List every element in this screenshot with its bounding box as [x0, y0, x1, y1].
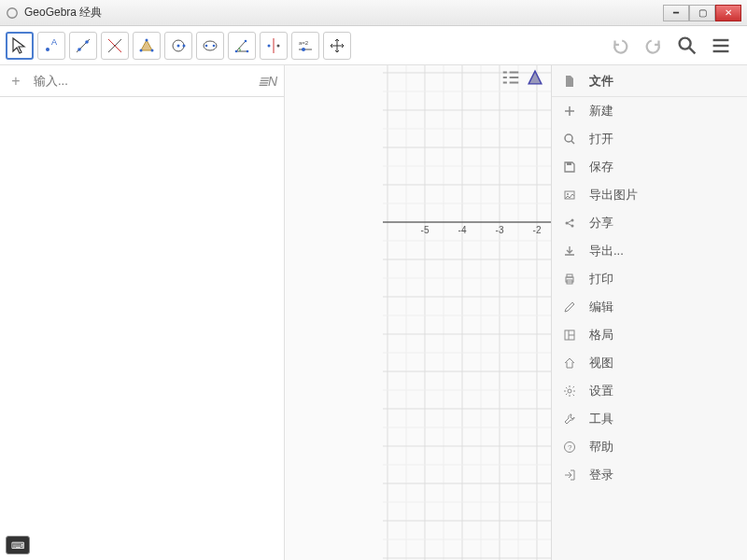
menu-item-gear[interactable]: 设置: [552, 377, 747, 405]
symbol-keyboard-button[interactable]: ≣N: [258, 74, 276, 89]
help-icon: ?: [563, 441, 580, 454]
save-icon: [563, 161, 580, 174]
menu-item-wrench[interactable]: 工具: [552, 405, 747, 433]
svg-point-17: [235, 49, 238, 52]
svg-point-10: [151, 49, 154, 51]
close-button[interactable]: ✕: [715, 5, 741, 21]
menu-item-download[interactable]: 导出...: [552, 237, 747, 265]
tool-move-view[interactable]: [323, 32, 351, 60]
plus-icon: [563, 105, 580, 118]
menu-item-layout[interactable]: 格局: [552, 321, 747, 349]
tool-line[interactable]: [69, 32, 97, 60]
svg-point-15: [205, 44, 208, 47]
svg-point-19: [245, 39, 247, 42]
minimize-button[interactable]: ━: [663, 5, 689, 21]
menu-item-plus[interactable]: 新建: [552, 97, 747, 125]
svg-text:-4: -4: [458, 225, 467, 235]
svg-point-5: [85, 40, 89, 44]
menu-item-label: 帮助: [589, 439, 613, 455]
file-icon: [563, 75, 580, 88]
app-icon: [6, 7, 19, 20]
svg-text:-2: -2: [533, 225, 542, 235]
svg-point-113: [568, 389, 571, 393]
search-icon: [563, 133, 580, 146]
svg-point-4: [78, 48, 81, 51]
svg-point-99: [565, 134, 572, 142]
svg-point-8: [140, 49, 143, 51]
tool-circle[interactable]: [164, 32, 192, 60]
maximize-button[interactable]: ▢: [689, 5, 715, 21]
gear-icon: [563, 385, 580, 398]
main-toolbar: A a=2: [0, 26, 747, 65]
menu-item-label: 视图: [589, 355, 613, 371]
menu-item-label: 分享: [589, 215, 613, 231]
add-object-button[interactable]: +: [7, 73, 24, 90]
menu-item-label: 工具: [589, 411, 613, 427]
pencil-icon: [563, 301, 580, 314]
virtual-keyboard-button[interactable]: ⌨: [6, 536, 30, 554]
menu-item-login[interactable]: 登录: [552, 461, 747, 489]
algebra-panel: + ≣N: [0, 65, 285, 560]
layout-icon: [563, 329, 580, 342]
view-style-button[interactable]: [525, 67, 545, 88]
view-list-button[interactable]: [500, 67, 521, 88]
svg-point-16: [213, 44, 216, 47]
tool-point[interactable]: A: [37, 32, 65, 60]
tool-perpendicular[interactable]: [101, 32, 129, 60]
image-icon: [563, 189, 580, 202]
menu-item-label: 新建: [589, 103, 613, 119]
svg-text:?: ?: [568, 443, 572, 452]
svg-text:-5: -5: [421, 225, 430, 235]
svg-rect-101: [567, 162, 571, 165]
menu-item-share[interactable]: 分享: [552, 209, 747, 237]
menu-item-label: 保存: [589, 159, 613, 175]
tool-reflect[interactable]: [260, 32, 288, 60]
menu-item-label: 登录: [589, 467, 613, 483]
menu-button[interactable]: [708, 33, 734, 59]
menu-item-label: 设置: [589, 383, 613, 399]
search-button[interactable]: [674, 33, 700, 59]
svg-point-21: [268, 44, 271, 47]
menu-item-save[interactable]: 保存: [552, 153, 747, 181]
algebra-input[interactable]: [24, 74, 258, 88]
wrench-icon: [563, 413, 580, 426]
menu-item-home[interactable]: 视图: [552, 349, 747, 377]
share-icon: [563, 217, 580, 230]
tool-move[interactable]: [6, 32, 34, 60]
tool-slider[interactable]: a=2: [291, 32, 319, 60]
download-icon: [563, 245, 580, 258]
menu-item-help[interactable]: ?帮助: [552, 433, 747, 461]
home-icon: [563, 357, 580, 370]
menu-header: 文件: [552, 65, 747, 97]
menu-item-search[interactable]: 打开: [552, 125, 747, 153]
print-icon: [563, 273, 580, 286]
menu-item-label: 导出...: [589, 243, 624, 259]
menu-item-pencil[interactable]: 编辑: [552, 293, 747, 321]
menu-item-label: 编辑: [589, 299, 613, 315]
window-titlebar: GeoGebra 经典 ━ ▢ ✕: [0, 0, 747, 26]
svg-line-100: [571, 141, 574, 144]
svg-point-18: [247, 49, 249, 52]
menu-item-label: 导出图片: [589, 187, 638, 203]
menu-item-print[interactable]: 打印: [552, 265, 747, 293]
undo-button[interactable]: [607, 33, 633, 59]
svg-point-22: [277, 44, 280, 47]
menu-item-image[interactable]: 导出图片: [552, 181, 747, 209]
svg-point-12: [177, 44, 180, 47]
menu-item-label: 打印: [589, 271, 613, 287]
svg-text:a=2: a=2: [299, 40, 309, 46]
login-icon: [563, 469, 580, 482]
svg-point-25: [302, 48, 305, 51]
tool-angle[interactable]: [228, 32, 256, 60]
svg-point-1: [46, 48, 49, 51]
redo-button[interactable]: [641, 33, 667, 59]
svg-point-9: [146, 38, 148, 41]
window-title: GeoGebra 经典: [24, 5, 102, 21]
tool-polygon[interactable]: [133, 32, 161, 60]
main-menu-panel: 文件 新建打开保存导出图片分享导出...打印编辑格局视图设置工具?帮助登录: [551, 65, 747, 560]
svg-point-103: [567, 193, 569, 195]
svg-point-26: [680, 37, 691, 49]
tool-ellipse[interactable]: [196, 32, 224, 60]
svg-text:-3: -3: [496, 225, 504, 235]
menu-item-label: 打开: [589, 131, 613, 147]
